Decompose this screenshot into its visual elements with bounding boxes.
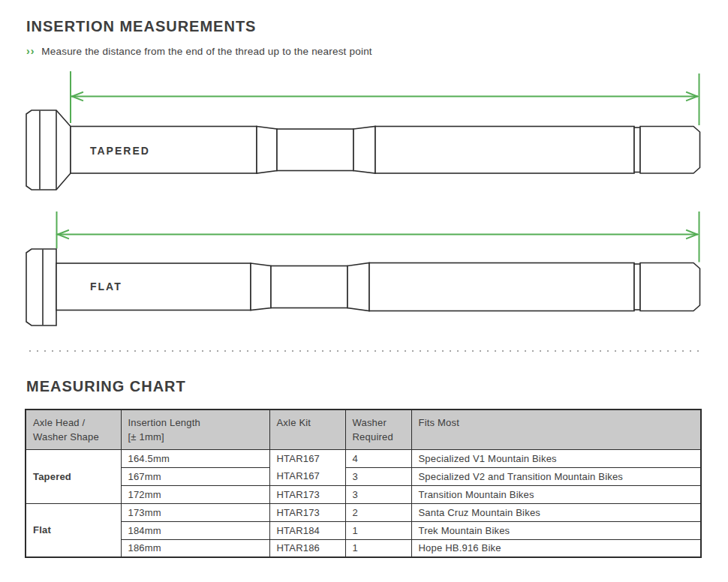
cell-washers: 1 [345,521,411,539]
header-cell-fits: Fits Most [411,410,701,449]
cell-length: 173mm [121,503,269,521]
tapered-shaft-long [375,127,634,174]
cell-washers: 3 [345,467,411,485]
flat-axle [26,249,700,326]
flat-thread-end [640,263,700,311]
tapered-thread-end [640,127,700,174]
table-row: Flat 173mm HTAR173 2 Santa Cruz Mountain… [26,503,701,521]
cell-fits: Transition Mountain Bikes [411,485,701,503]
header-cell-kit: Axle Kit [269,410,345,449]
double-chevron-icon: ›› [26,45,35,57]
group-cell-flat: Flat [26,503,121,557]
flat-shaft-main [56,263,251,310]
cell-length: 164.5mm [121,449,269,467]
dotted-divider [26,350,702,352]
header-cell-length: Insertion Length [± 1mm] [121,410,269,449]
page-title: INSERTION MEASUREMENTS [26,18,256,35]
cell-fits: Hope HB.916 Bike [411,539,701,557]
header-row: Axle Head / Washer Shape Insertion Lengt… [26,410,701,449]
axle-diagram: TAPERED FLAT [0,66,728,345]
cell-washers: 1 [345,539,411,557]
cell-fits: Specialized V2 and Transition Mountain B… [411,467,701,485]
instruction-line: ››Measure the distance from the end of t… [26,45,372,57]
cell-kit: HTAR167 [269,467,345,485]
cell-fits: Santa Cruz Mountain Bikes [411,503,701,521]
cell-kit: HTAR184 [269,521,345,539]
cell-washers: 2 [345,503,411,521]
flat-groove [634,264,640,310]
cell-kit: HTAR167 [269,449,345,467]
table-row: Tapered 164.5mm HTAR167 4 Specialized V1… [26,449,701,467]
cell-fits: Specialized V1 Mountain Bikes [411,449,701,467]
cell-kit: HTAR186 [269,539,345,557]
header-cell-shape: Axle Head / Washer Shape [26,410,121,449]
cell-kit: HTAR173 [269,485,345,503]
header-cell-washer: Washer Required [345,410,411,449]
table-row: 172mm HTAR173 3 Transition Mountain Bike… [26,485,701,503]
page: { "header": { "title": "INSERTION MEASUR… [0,0,728,582]
instruction-text: Measure the distance from the end of the… [41,46,372,57]
dimension-arrow-flat [57,212,699,262]
cell-length: 184mm [121,521,269,539]
tapered-label: TAPERED [90,145,150,157]
table-body: Tapered 164.5mm HTAR167 4 Specialized V1… [26,449,701,557]
cell-length: 172mm [121,485,269,503]
cell-fits: Trek Mountain Bikes [411,521,701,539]
chart-section-title: MEASURING CHART [26,378,186,395]
cell-washers: 4 [345,449,411,467]
table-row: 184mm HTAR184 1 Trek Mountain Bikes [26,521,701,539]
group-cell-tapered: Tapered [26,449,121,503]
cell-length: 186mm [121,539,269,557]
tapered-groove [634,128,640,172]
dimension-arrow-tapered [71,72,699,124]
flat-shaft-long [369,263,634,311]
tapered-axle-head [26,110,71,190]
table-row: 186mm HTAR186 1 Hope HB.916 Bike [26,539,701,557]
table-header: Axle Head / Washer Shape Insertion Lengt… [26,410,701,449]
cell-kit: HTAR173 [269,503,345,521]
cell-length: 167mm [121,467,269,485]
flat-label: FLAT [90,280,122,292]
measuring-table: Axle Head / Washer Shape Insertion Lengt… [25,409,702,558]
flat-axle-head [26,249,56,326]
table-row: 167mm HTAR167 3 Specialized V2 and Trans… [26,467,701,485]
cell-washers: 3 [345,485,411,503]
